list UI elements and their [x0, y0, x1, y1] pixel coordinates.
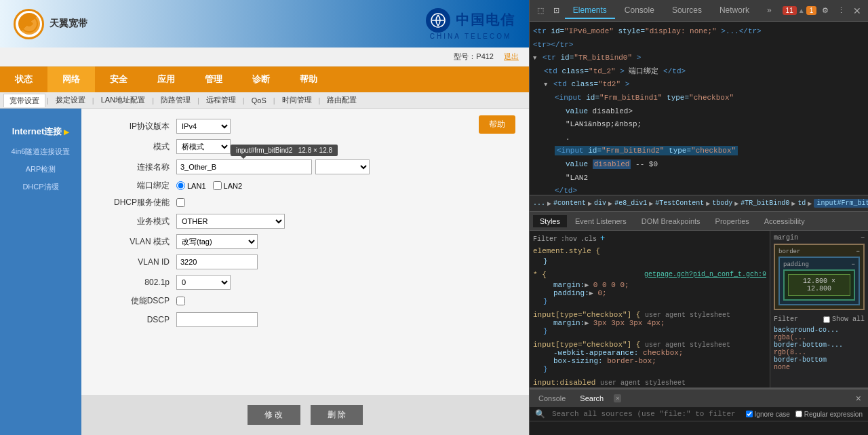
breadcrumb-testcontent[interactable]: #TestContent: [655, 200, 704, 207]
sidebar-arrow-icon: ▶: [64, 128, 69, 136]
tree-line-3[interactable]: ▼ <tr id="TR_bitBind0" >: [533, 52, 865, 65]
style-url-star[interactable]: getpage.gch?pid_n_conf_t.gch:9: [644, 271, 766, 281]
nav-security[interactable]: 安全: [95, 67, 142, 92]
tab-network[interactable]: Network: [711, 3, 757, 19]
input-connection-name[interactable]: [176, 159, 312, 174]
regex-checkbox[interactable]: [795, 411, 802, 417]
subnav-qos[interactable]: QoS: [246, 95, 272, 106]
console-tab-search[interactable]: Search: [574, 393, 609, 404]
select-connection-name[interactable]: [315, 159, 370, 174]
filter-add-icon[interactable]: +: [600, 234, 605, 244]
tree-line-8[interactable]: "LAN1&nbsp;&nbsp;: [533, 118, 865, 132]
css-prop-5: none: [774, 364, 865, 371]
show-all-checkbox-label: Show all: [823, 316, 865, 323]
delete-button[interactable]: 删 除: [311, 405, 363, 425]
exit-button[interactable]: 退出: [504, 52, 519, 62]
box-padding-dash: −: [852, 261, 855, 268]
tree-line-13[interactable]: </td>: [533, 185, 865, 195]
tree-line-11[interactable]: value disabled -- $0: [533, 158, 865, 172]
subnav-remote[interactable]: 远程管理: [201, 94, 241, 107]
label-vlan-id: VLAN ID: [95, 257, 176, 267]
tab-styles[interactable]: Styles: [533, 215, 567, 227]
devtools-close-button[interactable]: ✕: [850, 5, 865, 16]
select-vlan-mode[interactable]: 改写(tag): [176, 234, 258, 249]
breadcrumb-frm-bitbind2[interactable]: input#Frm_bitBind2: [814, 199, 868, 208]
tree-line-2[interactable]: <tr></tr>: [533, 39, 865, 52]
nav-apps[interactable]: 应用: [142, 67, 190, 92]
subnav-lan[interactable]: LAN地址配置: [96, 94, 151, 107]
tree-line-12[interactable]: "LAN2: [533, 172, 865, 185]
form-row-8021p: 802.1p 0: [95, 275, 515, 290]
tab-sources[interactable]: Sources: [664, 3, 710, 19]
select-service-mode[interactable]: OTHER: [176, 214, 285, 229]
tab-event-listeners[interactable]: Event Listeners: [568, 215, 633, 227]
checkbox-enable-dscp[interactable]: [176, 297, 185, 305]
devtools-console-area: Console Search × × 🔍 Ignore case Regular…: [530, 387, 868, 435]
label-service-mode: 业务模式: [95, 216, 176, 227]
tree-line-5[interactable]: ▼ <td class="td2" >: [533, 78, 865, 92]
nav-status[interactable]: 状态: [0, 67, 47, 92]
search-close-button[interactable]: ×: [614, 394, 621, 402]
select-mode[interactable]: 桥模式: [176, 139, 231, 154]
devtools-inspect-icon[interactable]: ⬚: [533, 3, 547, 19]
logo-circle: [14, 9, 44, 39]
breadcrumb-e8div1[interactable]: #e8_div1: [614, 200, 647, 207]
sidebar-title: Internet连接 ▶: [7, 122, 75, 141]
value-dhcp: [176, 198, 185, 207]
settings-icon[interactable]: ⚙: [818, 3, 832, 19]
breadcrumb-dots[interactable]: ...: [533, 200, 545, 207]
label-8021p: 802.1p: [95, 278, 176, 287]
sidebar-item-tunnel[interactable]: 4in6隧道连接设置: [0, 145, 81, 159]
help-button[interactable]: 帮助: [479, 115, 515, 134]
tree-line-7[interactable]: value disabled>: [533, 105, 865, 119]
show-all-checkbox[interactable]: [823, 316, 830, 323]
subnav-route-mgmt[interactable]: 防路管理: [155, 94, 196, 107]
modify-button[interactable]: 修 改: [248, 405, 300, 425]
search-options: Ignore case Regular expression: [746, 411, 863, 418]
tree-line-9[interactable]: .: [533, 132, 865, 145]
tab-more[interactable]: »: [759, 3, 780, 19]
tab-properties[interactable]: Properties: [709, 215, 756, 227]
box-model-panel: margin − border − padding −: [770, 231, 868, 387]
console-close-button[interactable]: ×: [852, 393, 865, 404]
css-prop-4: border-bottom: [774, 356, 865, 364]
subnav-time[interactable]: 时间管理: [277, 94, 317, 107]
vertical-dots-icon[interactable]: ⋮: [834, 3, 848, 19]
nav-network[interactable]: 网络: [47, 67, 95, 92]
subnav-route-config[interactable]: 路由配置: [321, 94, 362, 107]
nav-help[interactable]: 帮助: [285, 67, 332, 92]
sidebar-item-dhcp[interactable]: DHCP清缓: [0, 180, 81, 194]
tree-line-1[interactable]: <tr id="IPv6_mode" style="display: none;…: [533, 25, 865, 39]
tab-console[interactable]: Console: [616, 3, 663, 19]
tree-line-6[interactable]: <input id="Frm_bitBind1" type="checkbox": [533, 92, 865, 105]
nav-manage[interactable]: 管理: [190, 67, 237, 92]
sub-nav: 宽带设置 | 拨定设置 | LAN地址配置 | 防路管理 | 远程管理 | Qo…: [0, 92, 529, 109]
breadcrumb-td[interactable]: td: [797, 200, 806, 207]
devtools-device-icon[interactable]: ⊡: [549, 3, 563, 19]
checkbox-lan2[interactable]: [213, 181, 222, 190]
tab-elements[interactable]: Elements: [565, 3, 615, 19]
input-vlan-id[interactable]: [176, 254, 258, 269]
subnav-dial[interactable]: 拨定设置: [50, 94, 91, 107]
console-tab-console[interactable]: Console: [533, 393, 571, 404]
box-content: 12.800 × 12.800: [788, 274, 850, 296]
breadcrumb-content[interactable]: #content: [553, 200, 586, 207]
breadcrumb-tbody[interactable]: tbody: [712, 200, 732, 207]
search-input[interactable]: [549, 409, 743, 419]
radio-lan1[interactable]: [176, 181, 185, 190]
subnav-broadband[interactable]: 宽带设置: [3, 94, 45, 107]
breadcrumb-div[interactable]: div: [594, 200, 606, 207]
tree-line-4[interactable]: <td class="td_2" > 端口绑定 </td>: [533, 65, 865, 79]
tab-accessibility[interactable]: Accessibility: [757, 215, 812, 227]
sidebar-item-arp[interactable]: ARP检测: [0, 162, 81, 176]
select-8021p[interactable]: 0: [176, 275, 231, 290]
tab-dom-breakpoints[interactable]: DOM Breakpoints: [635, 215, 707, 227]
select-ip-protocol[interactable]: IPv4: [176, 119, 231, 134]
nav-diagnose[interactable]: 诊断: [237, 67, 285, 92]
breadcrumb-trbind0[interactable]: #TR_bitBind0: [741, 200, 789, 207]
value-enable-dscp: [176, 297, 185, 305]
input-dscp[interactable]: [176, 312, 258, 327]
ignore-case-checkbox[interactable]: [746, 411, 753, 417]
checkbox-dhcp[interactable]: [176, 198, 185, 207]
tree-line-10[interactable]: <input id="Frm_bitBind2" type="checkbox": [533, 145, 865, 158]
